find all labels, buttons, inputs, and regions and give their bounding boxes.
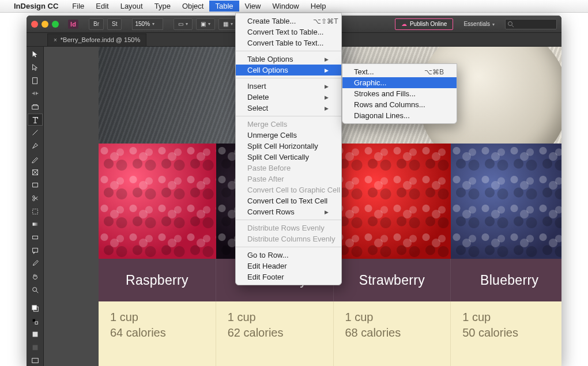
window-close-button[interactable] [31,21,38,28]
indesign-logo-icon: Id [68,20,78,29]
mac-menu-bar: InDesign CC File Edit Layout Type Object… [0,0,588,13]
search-icon [507,21,514,28]
search-input[interactable] [505,19,557,29]
view-options-dropdown[interactable]: ▭ [174,18,193,30]
apply-color[interactable] [28,342,42,353]
serving: 1 cup [462,310,556,325]
shortcut: ⌥⇧⌘T [296,17,338,25]
mi-text-to-table[interactable]: Convert Text to Table... [236,27,341,37]
mi-table-options[interactable]: Table Options [236,54,341,65]
mi-distribute-rows: Distribute Rows Evenly [236,222,341,233]
mi-cell-strokes-fills[interactable]: Strokes and Fills... [342,88,457,99]
strawberry-image-cell [334,144,451,259]
mi-distribute-columns: Distribute Columns Evenly [236,233,341,244]
direct-selection-tool[interactable] [28,62,42,73]
tab-close-icon[interactable]: × [54,37,57,43]
page-tool[interactable] [28,75,42,86]
berry-info-cell: 1 cup50 calories [451,301,561,366]
mi-delete[interactable]: Delete [236,92,341,103]
selection-tool[interactable] [28,49,42,60]
menu-edit[interactable]: Edit [90,1,114,12]
workspace-switcher[interactable]: Essentials [463,21,495,27]
default-fill-stroke[interactable] [28,316,42,327]
mi-convert-rows[interactable]: Convert Rows [236,206,341,217]
mi-insert[interactable]: Insert [236,81,341,92]
window-minimize-button[interactable] [42,21,48,28]
mi-convert-graphic-cell: Convert Cell to Graphic Cell [236,184,341,195]
rectangle-frame-tool[interactable] [28,167,42,178]
stock-button[interactable]: St [107,18,122,30]
publish-online-button[interactable]: ☁ Publish Online [395,18,453,30]
svg-line-14 [36,290,38,293]
app-name[interactable]: InDesign CC [14,2,58,10]
note-tool[interactable] [28,245,42,256]
serving: 1 cup [110,310,204,325]
rectangle-tool[interactable] [28,180,42,191]
menu-type[interactable]: Type [149,1,176,12]
menu-help[interactable]: Help [305,1,332,12]
mi-edit-header[interactable]: Edit Header [236,261,341,271]
mi-table-to-text[interactable]: Convert Table to Text... [236,37,341,48]
mi-split-vertical[interactable]: Split Cell Vertically [236,152,341,163]
calories: 62 calories [228,325,322,341]
menu-object[interactable]: Object [176,1,210,12]
berry-info-cell: 1 cup64 calories [99,301,216,366]
svg-rect-12 [32,248,37,252]
mi-select[interactable]: Select [236,103,341,114]
zoom-dropdown[interactable]: 150% [132,18,163,30]
hand-tool[interactable] [28,271,42,282]
mi-cell-options[interactable]: Cell Options [236,65,341,76]
gradient-swatch-tool[interactable] [28,219,42,230]
eyedropper-tool[interactable] [28,258,42,269]
menu-view[interactable]: View [239,1,267,12]
menu-window[interactable]: Window [267,1,305,12]
screen-mode-toggle[interactable] [28,355,42,366]
document-tab[interactable]: × *Berry_Before.indd @ 150% [47,33,146,46]
berry-info-cell: 1 cup62 calories [216,301,334,366]
zoom-tool[interactable] [28,284,42,295]
screen-mode-dropdown[interactable]: ▣ [196,18,215,30]
mi-split-horizontal[interactable]: Split Cell Horizontally [236,141,341,152]
calories: 64 calories [110,325,204,341]
mi-cell-text[interactable]: Text...⌥⌘B [342,66,457,77]
mi-edit-footer[interactable]: Edit Footer [236,271,341,282]
line-tool[interactable] [28,127,42,138]
type-tool[interactable] [28,114,42,125]
bridge-button[interactable]: Br [89,18,104,30]
free-transform-tool[interactable] [28,206,42,217]
workspace-label: Essentials [463,21,490,27]
fill-stroke-swatch[interactable] [28,303,42,314]
svg-rect-10 [32,223,37,226]
menu-layout[interactable]: Layout [115,1,149,12]
berry-name-cell: Raspberry [99,259,216,301]
menu-file[interactable]: File [66,1,90,12]
mi-cell-rows-columns[interactable]: Rows and Columns... [342,99,457,110]
svg-rect-9 [32,209,37,214]
menu-table[interactable]: Table [209,1,239,12]
scissors-tool[interactable] [28,193,42,204]
gradient-feather-tool[interactable] [28,232,42,243]
mi-cell-diagonal-lines[interactable]: Diagonal Lines... [342,110,457,121]
mi-cell-graphic[interactable]: Graphic... [342,77,457,88]
cloud-icon: ☁ [401,21,407,27]
mi-merge-cells: Merge Cells [236,119,341,130]
mi-convert-text-cell[interactable]: Convert Cell to Text Cell [236,195,341,206]
pen-tool[interactable] [28,141,42,152]
serving: 1 cup [345,310,439,325]
formatting-affects-container[interactable] [28,329,42,340]
zoom-value: 150% [135,21,150,27]
svg-rect-20 [32,345,37,350]
content-collector-tool[interactable] [28,101,42,112]
berry-name-cell: Strawberry [334,259,451,301]
window-maximize-button[interactable] [52,21,59,28]
shortcut: ⌥⌘B [407,68,444,76]
pencil-tool[interactable] [28,154,42,165]
table-menu: Create Table...⌥⇧⌘T Convert Text to Tabl… [235,13,342,285]
gap-tool[interactable] [28,88,42,99]
mi-paste-before: Paste Before [236,163,341,173]
mi-unmerge-cells[interactable]: Unmerge Cells [236,130,341,141]
mi-create-table[interactable]: Create Table...⌥⇧⌘T [236,16,341,27]
svg-rect-6 [32,183,37,187]
svg-point-0 [508,21,512,25]
mi-go-to-row[interactable]: Go to Row... [236,250,341,261]
